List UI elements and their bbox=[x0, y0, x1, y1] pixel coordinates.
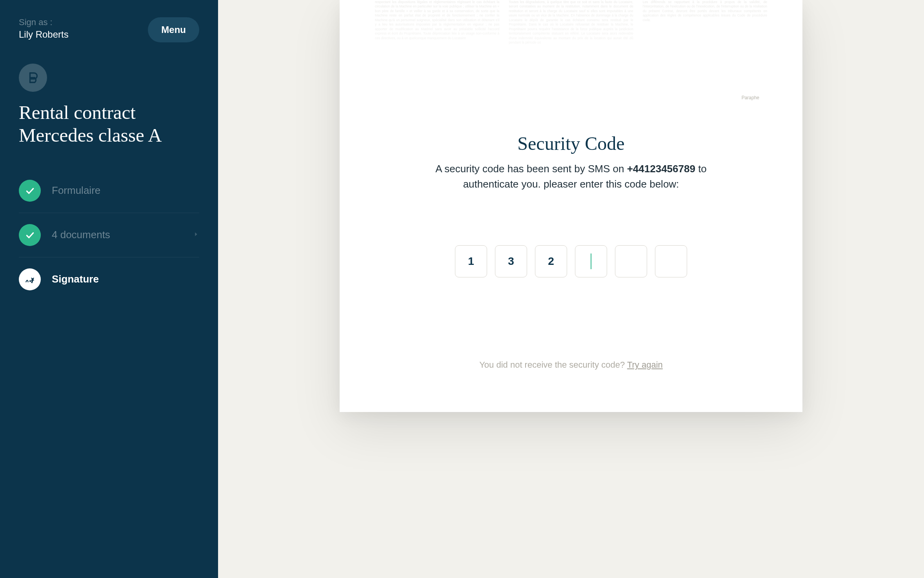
security-code-description: A security code has been sent by SMS on … bbox=[418, 161, 724, 192]
security-code-title: Security Code bbox=[340, 133, 802, 154]
checkmark-icon bbox=[19, 180, 41, 202]
paraphe-label: Paraphe bbox=[742, 95, 759, 100]
checkmark-icon bbox=[19, 224, 41, 246]
step-label: 4 documents bbox=[52, 229, 182, 241]
desc-pre: A security code has been sent by SMS on bbox=[435, 163, 627, 175]
code-digit-4[interactable] bbox=[575, 245, 607, 277]
caret-icon bbox=[591, 253, 591, 269]
phone-number: +44123456789 bbox=[627, 163, 695, 175]
code-digit-1[interactable]: 1 bbox=[455, 245, 487, 277]
doc-column-1: respectant les dispositions légales et r… bbox=[375, 0, 499, 92]
doc-column-3: Les différends se rapportant à la procéd… bbox=[643, 0, 767, 92]
menu-button[interactable]: Menu bbox=[148, 17, 199, 42]
step-signature[interactable]: Signature bbox=[19, 257, 199, 301]
page-title: Rental contract Mercedes classe A bbox=[19, 101, 199, 147]
chevron-right-icon bbox=[193, 231, 199, 239]
code-digit-3[interactable]: 2 bbox=[535, 245, 567, 277]
title-line-2: Mercedes classe A bbox=[19, 124, 162, 146]
step-label: Signature bbox=[52, 273, 199, 285]
main: respectant les dispositions légales et r… bbox=[218, 0, 924, 578]
sign-as-block: Sign as : Lily Roberts bbox=[19, 17, 69, 40]
try-again-link[interactable]: Try again bbox=[627, 360, 663, 370]
sidebar-top: Sign as : Lily Roberts Menu bbox=[19, 17, 199, 42]
sign-as-name: Lily Roberts bbox=[19, 29, 69, 40]
panel: respectant les dispositions légales et r… bbox=[340, 0, 802, 412]
resend-row: You did not receive the security code? T… bbox=[340, 360, 802, 370]
title-line-1: Rental contract bbox=[19, 102, 136, 123]
resend-text: You did not receive the security code? bbox=[479, 360, 627, 370]
sidebar: Sign as : Lily Roberts Menu Rental contr… bbox=[0, 0, 218, 578]
document-preview: respectant les dispositions légales et r… bbox=[340, 0, 802, 108]
code-digit-5[interactable] bbox=[615, 245, 647, 277]
code-digit-2[interactable]: 3 bbox=[495, 245, 527, 277]
step-formulaire[interactable]: Formulaire bbox=[19, 169, 199, 213]
step-label: Formulaire bbox=[52, 184, 199, 197]
code-digit-6[interactable] bbox=[655, 245, 687, 277]
brand-icon bbox=[19, 64, 47, 92]
sign-as-label: Sign as : bbox=[19, 17, 69, 27]
code-input-row: 1 3 2 bbox=[340, 245, 802, 277]
signature-icon bbox=[19, 268, 41, 290]
svg-point-0 bbox=[30, 281, 31, 281]
doc-column-2: Toutes les dégradations, à quelque titre… bbox=[509, 0, 633, 92]
steps-nav: Formulaire 4 documents bbox=[19, 169, 199, 301]
step-documents[interactable]: 4 documents bbox=[19, 213, 199, 257]
